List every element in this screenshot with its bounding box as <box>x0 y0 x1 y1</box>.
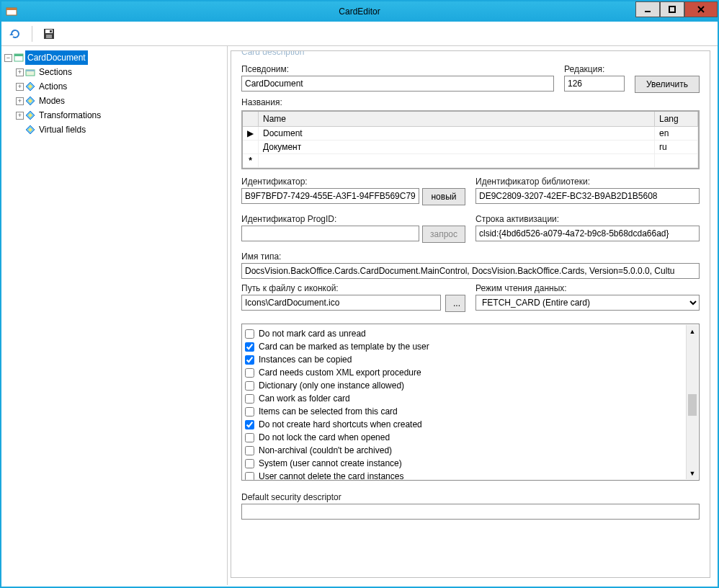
check-item[interactable]: Can work as folder card <box>245 392 696 405</box>
progid-input[interactable] <box>241 226 419 241</box>
window-buttons <box>635 1 718 17</box>
table-row[interactable]: * <box>243 154 698 168</box>
browse-button[interactable]: ... <box>445 295 465 312</box>
names-grid[interactable]: Name Lang ▶ Document en Документ ru * <box>241 110 700 169</box>
save-button[interactable] <box>41 26 57 42</box>
check-item[interactable]: Non-archival (couldn't be archived) <box>245 444 696 457</box>
expand-icon[interactable]: − <box>4 54 12 62</box>
checkbox[interactable] <box>245 342 254 352</box>
lib-id-input[interactable] <box>475 188 700 204</box>
checkbox[interactable] <box>245 472 254 481</box>
scroll-thumb[interactable] <box>688 394 697 416</box>
grid-header-lang[interactable]: Lang <box>655 112 698 126</box>
id-label: Идентификатор: <box>241 177 465 187</box>
checkbox[interactable] <box>245 355 254 365</box>
tree-label[interactable]: Actions <box>37 79 69 94</box>
table-row[interactable]: ▶ Document en <box>243 127 698 141</box>
grid-header: Name Lang <box>243 112 698 127</box>
iconpath-input[interactable] <box>241 295 441 311</box>
row-selector[interactable] <box>243 141 259 153</box>
minimize-button[interactable] <box>635 1 660 17</box>
name-cell[interactable] <box>259 154 655 167</box>
tree-node-modes[interactable]: + Modes <box>16 94 224 108</box>
check-item[interactable]: Do not lock the card when opened <box>245 431 696 444</box>
check-item[interactable]: Do not create hard shortcuts when create… <box>245 418 696 431</box>
refresh-button[interactable] <box>7 26 23 42</box>
activation-input[interactable] <box>475 226 700 241</box>
toolbar-separator <box>32 26 32 42</box>
tree-label[interactable]: Transformations <box>37 108 103 122</box>
checkbox[interactable] <box>245 381 254 391</box>
content-area: − CardDocument + Sections + Actions + <box>1 46 718 585</box>
check-item[interactable]: Items can be selected from this card <box>245 405 696 418</box>
check-item[interactable]: Dictionary (only one instance allowed) <box>245 379 696 392</box>
lang-cell[interactable]: ru <box>655 141 698 153</box>
checkbox[interactable] <box>245 420 254 429</box>
checkbox[interactable] <box>245 446 254 455</box>
revision-input[interactable] <box>564 76 625 92</box>
progid-label: Идентификатор ProgID: <box>241 214 465 224</box>
tree-label[interactable]: Virtual fields <box>37 122 88 137</box>
check-label: Items can be selected from this card <box>259 406 398 416</box>
check-label: Do not mark card as unread <box>259 329 366 339</box>
tree-node-transformations[interactable]: + Transformations <box>16 108 224 122</box>
check-item[interactable]: Do not mark card as unread <box>245 327 696 340</box>
increase-button[interactable]: Увеличить <box>635 76 700 93</box>
tree-pane[interactable]: − CardDocument + Sections + Actions + <box>1 46 228 585</box>
lang-cell[interactable] <box>655 154 698 167</box>
close-button[interactable] <box>684 1 718 17</box>
scroll-down-icon[interactable]: ▼ <box>687 467 698 479</box>
expand-icon[interactable]: + <box>16 112 24 120</box>
id-input[interactable] <box>241 188 419 204</box>
new-id-button[interactable]: новый <box>422 188 465 205</box>
scroll-up-icon[interactable]: ▲ <box>687 325 698 337</box>
window-title: CardEditor <box>339 6 380 17</box>
expand-spacer <box>16 126 24 134</box>
tree-label[interactable]: Modes <box>37 94 67 108</box>
checkbox[interactable] <box>245 433 254 442</box>
alias-input[interactable] <box>241 76 554 92</box>
name-cell[interactable]: Document <box>259 127 655 140</box>
tree-node-actions[interactable]: + Actions <box>16 79 224 94</box>
grid-header-name[interactable]: Name <box>259 112 655 126</box>
check-label: Instances can be copied <box>259 355 352 365</box>
tree-node-sections[interactable]: + Sections <box>16 65 224 79</box>
checkbox[interactable] <box>245 407 254 416</box>
tree-root[interactable]: − CardDocument <box>4 50 224 65</box>
check-label: Do not lock the card when opened <box>259 432 390 442</box>
scrollbar[interactable]: ▲ ▼ <box>686 325 698 479</box>
check-item[interactable]: Card needs custom XML export procedure <box>245 366 696 379</box>
typename-input[interactable] <box>241 263 700 279</box>
expand-icon[interactable]: + <box>16 68 24 76</box>
security-input[interactable] <box>241 504 700 520</box>
check-item[interactable]: User cannot delete the card instances <box>245 470 696 481</box>
row-selector[interactable]: * <box>243 154 259 167</box>
svg-rect-9 <box>46 35 52 38</box>
tree-root-label[interactable]: CardDocument <box>25 50 88 65</box>
check-item[interactable]: System (user cannot create instance) <box>245 457 696 470</box>
checkbox[interactable] <box>245 459 254 468</box>
name-cell[interactable]: Документ <box>259 141 655 153</box>
checkbox[interactable] <box>245 329 254 339</box>
checkbox[interactable] <box>245 394 254 404</box>
svg-rect-3 <box>669 6 675 12</box>
check-item[interactable]: Card can be marked as template by the us… <box>245 340 696 353</box>
expand-icon[interactable]: + <box>16 97 24 105</box>
row-selector[interactable]: ▶ <box>243 127 259 140</box>
tree-node-virtual-fields[interactable]: Virtual fields <box>16 122 224 137</box>
tree: − CardDocument + Sections + Actions + <box>4 50 224 137</box>
diamond-icon <box>25 96 35 106</box>
checkbox[interactable] <box>245 368 254 378</box>
diamond-icon <box>25 125 35 135</box>
maximize-button[interactable] <box>660 1 684 17</box>
table-row[interactable]: Документ ru <box>243 141 698 154</box>
expand-icon[interactable]: + <box>16 83 24 91</box>
title-bar: CardEditor <box>1 1 718 22</box>
tree-label[interactable]: Sections <box>37 65 74 79</box>
diamond-icon <box>25 81 35 92</box>
readmode-select[interactable]: FETCH_CARD (Entire card) <box>475 295 700 311</box>
names-label: Названия: <box>241 97 700 107</box>
lang-cell[interactable]: en <box>655 127 698 140</box>
check-item[interactable]: Instances can be copied <box>245 353 696 366</box>
attributes-checklist[interactable]: Do not mark card as unreadCard can be ma… <box>241 324 700 481</box>
